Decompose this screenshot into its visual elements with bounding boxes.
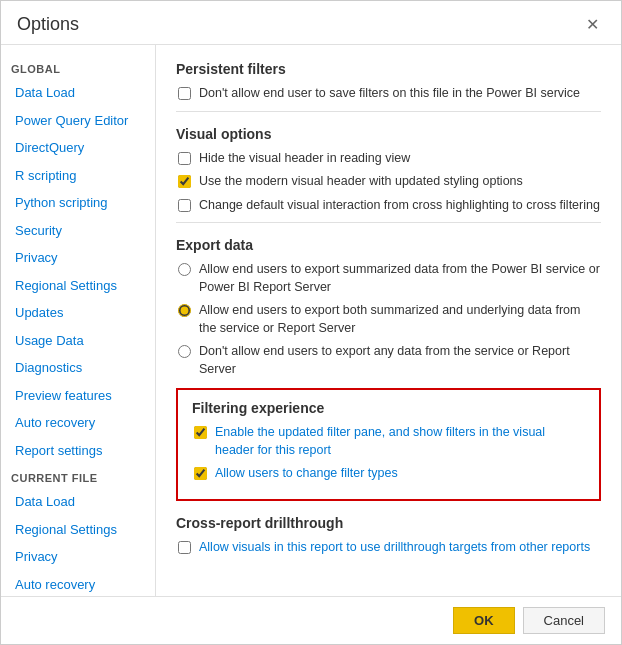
main-content: Persistent filters Don't allow end user …	[156, 45, 621, 596]
filtering-option-2: Allow users to change filter types	[192, 465, 585, 483]
visual-options-option-2: Use the modern visual header with update…	[176, 173, 601, 191]
filtering-label-1: Enable the updated filter pane, and show…	[215, 424, 585, 459]
cross-report-option-1: Allow visuals in this report to use dril…	[176, 539, 601, 557]
visual-options-option-3: Change default visual interaction from c…	[176, 197, 601, 215]
sidebar-item-data-load[interactable]: Data Load	[1, 79, 155, 107]
cross-report-label-1: Allow visuals in this report to use dril…	[199, 539, 590, 557]
export-radio-2[interactable]	[178, 304, 191, 317]
export-label-2: Allow end users to export both summarize…	[199, 302, 601, 337]
dialog-footer: OK Cancel	[1, 596, 621, 644]
sidebar-item-privacy[interactable]: Privacy	[1, 244, 155, 272]
dialog-title: Options	[17, 14, 79, 35]
persistent-filters-title: Persistent filters	[176, 61, 601, 77]
sidebar-item-diagnostics[interactable]: Diagnostics	[1, 354, 155, 382]
visual-options-label-1: Hide the visual header in reading view	[199, 150, 410, 168]
visual-options-label-2: Use the modern visual header with update…	[199, 173, 523, 191]
sidebar: GLOBAL Data Load Power Query Editor Dire…	[1, 45, 156, 596]
dialog-body: GLOBAL Data Load Power Query Editor Dire…	[1, 45, 621, 596]
export-label-1: Allow end users to export summarized dat…	[199, 261, 601, 296]
options-dialog: Options ✕ GLOBAL Data Load Power Query E…	[0, 0, 622, 645]
cancel-button[interactable]: Cancel	[523, 607, 605, 634]
sidebar-item-preview-features[interactable]: Preview features	[1, 382, 155, 410]
persistent-filters-checkbox-1[interactable]	[178, 87, 191, 100]
visual-options-title: Visual options	[176, 126, 601, 142]
export-data-option-2: Allow end users to export both summarize…	[176, 302, 601, 337]
global-section-label: GLOBAL	[1, 55, 155, 79]
filtering-label-2: Allow users to change filter types	[215, 465, 398, 483]
visual-options-checkbox-1[interactable]	[178, 152, 191, 165]
filtering-experience-title: Filtering experience	[192, 400, 585, 416]
sidebar-item-data-load-file[interactable]: Data Load	[1, 488, 155, 516]
visual-options-checkbox-2[interactable]	[178, 175, 191, 188]
sidebar-item-python-scripting[interactable]: Python scripting	[1, 189, 155, 217]
sidebar-item-privacy-file[interactable]: Privacy	[1, 543, 155, 571]
visual-options-checkbox-3[interactable]	[178, 199, 191, 212]
sidebar-item-power-query-editor[interactable]: Power Query Editor	[1, 107, 155, 135]
export-label-3: Don't allow end users to export any data…	[199, 343, 601, 378]
sidebar-item-usage-data[interactable]: Usage Data	[1, 327, 155, 355]
sidebar-item-regional-settings[interactable]: Regional Settings	[1, 272, 155, 300]
sidebar-item-auto-recovery-global[interactable]: Auto recovery	[1, 409, 155, 437]
filtering-option-1: Enable the updated filter pane, and show…	[192, 424, 585, 459]
sidebar-item-directquery[interactable]: DirectQuery	[1, 134, 155, 162]
cross-report-checkbox-1[interactable]	[178, 541, 191, 554]
filtering-experience-box: Filtering experience Enable the updated …	[176, 388, 601, 501]
export-data-title: Export data	[176, 237, 601, 253]
sidebar-item-regional-settings-file[interactable]: Regional Settings	[1, 516, 155, 544]
close-button[interactable]: ✕	[580, 13, 605, 36]
cross-report-title: Cross-report drillthrough	[176, 515, 601, 531]
filtering-checkbox-2[interactable]	[194, 467, 207, 480]
ok-button[interactable]: OK	[453, 607, 515, 634]
sidebar-item-r-scripting[interactable]: R scripting	[1, 162, 155, 190]
sidebar-item-auto-recovery-file[interactable]: Auto recovery	[1, 571, 155, 597]
filtering-checkbox-1[interactable]	[194, 426, 207, 439]
dialog-header: Options ✕	[1, 1, 621, 45]
sidebar-item-updates[interactable]: Updates	[1, 299, 155, 327]
sidebar-item-report-settings-global[interactable]: Report settings	[1, 437, 155, 465]
export-data-option-1: Allow end users to export summarized dat…	[176, 261, 601, 296]
visual-options-option-1: Hide the visual header in reading view	[176, 150, 601, 168]
current-file-section-label: CURRENT FILE	[1, 464, 155, 488]
persistent-filters-option-1: Don't allow end user to save filters on …	[176, 85, 601, 103]
visual-options-label-3: Change default visual interaction from c…	[199, 197, 600, 215]
sidebar-item-security[interactable]: Security	[1, 217, 155, 245]
export-radio-1[interactable]	[178, 263, 191, 276]
export-radio-3[interactable]	[178, 345, 191, 358]
export-data-option-3: Don't allow end users to export any data…	[176, 343, 601, 378]
persistent-filters-label-1: Don't allow end user to save filters on …	[199, 85, 580, 103]
